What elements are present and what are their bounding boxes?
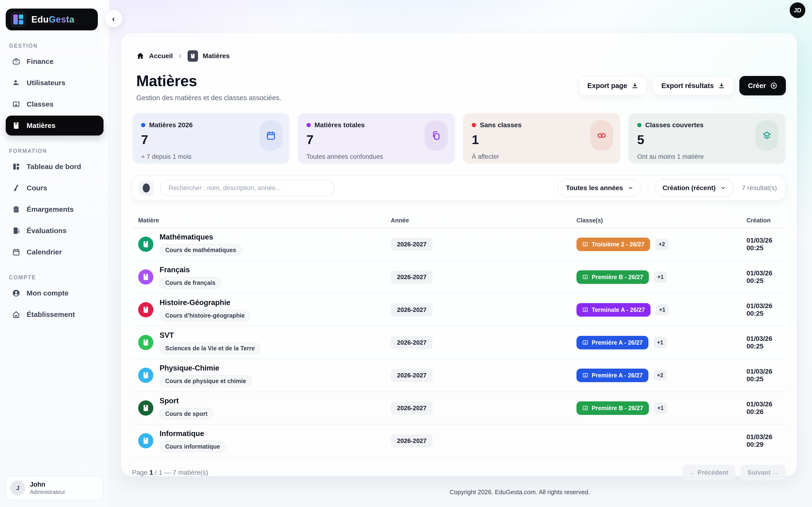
home-outline-icon [12,310,20,319]
sidebar-item-finance[interactable]: Finance [6,52,104,71]
extra-classes-pill[interactable]: +1 [656,304,668,316]
home-icon [136,52,144,60]
sort-filter-select[interactable]: Création (récent) [654,179,734,197]
export-page-button[interactable]: Export page [579,76,647,96]
sidebar-collapse-button[interactable]: ‹ [104,9,122,27]
extra-classes-pill[interactable]: +1 [654,403,667,414]
sidebar-item-label: Établissement [26,311,75,319]
subject-avatar [138,335,153,350]
year-filter-select[interactable]: Toutes les années [558,179,642,197]
sidebar-item-label: Finance [26,57,53,65]
sidebar-item-tableau-de-bord[interactable]: Tableau de bord [6,157,104,177]
stat-card: Classes couvertes 5 Ont au moins 1 matiè… [628,113,786,164]
class-badge[interactable]: Troisième 2 - 26/27 [577,238,650,251]
stat-caption: + 7 depuis 1 mois [141,153,281,161]
table-row[interactable]: SVT Sciences de la Vie et de la Terre202… [132,326,786,359]
creation-date: 01/03/26 00:25 [740,368,786,383]
table-row[interactable]: Français Cours de français2026-2027Premi… [132,261,786,294]
unlink-icon [596,130,607,141]
class-badge[interactable]: Terminale A - 26/27 [577,303,651,317]
class-badge-icon [582,307,588,313]
app-logo[interactable]: EduGesta [6,8,98,31]
sidebar-item-utilisateurs[interactable]: Utilisateurs [6,73,104,93]
sidebar-item-classes[interactable]: Classes [6,94,104,114]
stat-caption: Ont au moins 1 matière [637,153,777,161]
column-header: Matière [132,217,385,224]
class-badge[interactable]: Première B - 26/27 [577,401,649,415]
stat-label: Classes couvertes [645,121,704,129]
filter-bar: Toutes les années Création (récent) 7 ré… [132,175,786,201]
user-avatar: J [10,481,25,495]
sidebar-item-label: Émargements [26,205,73,213]
sidebar-item-emargements[interactable]: Émargements [6,200,104,219]
sidebar-item-calendrier[interactable]: Calendrier [6,242,104,262]
table-row[interactable]: Informatique Cours informatique2026-2027… [132,425,786,457]
extra-classes-pill[interactable]: +2 [655,239,668,250]
subject-avatar [138,269,153,285]
book-info-icon [12,226,20,235]
download-icon [718,82,725,89]
table-row[interactable]: Histoire-Géographie Cours d’histoire-géo… [132,294,786,326]
stat-card: Matières totales 7 Toutes années confond… [297,113,455,164]
class-badge[interactable]: Première A - 26/27 [577,369,648,382]
extra-classes-pill[interactable]: +2 [654,370,666,381]
status-dot [141,123,145,127]
sidebar-item-label: Cours [26,184,47,192]
sidebar-item-etablissement[interactable]: Établissement [6,304,104,325]
subject-description: Cours de français [160,277,221,289]
sidebar-item-label: Calendrier [26,248,62,256]
create-button[interactable]: Créer [739,76,786,96]
table-header: MatièreAnnéeClasse(s)Création [132,213,786,228]
book-icon [142,404,150,412]
class-badge[interactable]: Première B - 26/27 [577,270,649,284]
subject-description: Cours d’histoire-géographie [160,310,251,321]
stat-label: Matières totales [315,121,365,129]
subject-name: Histoire-Géographie [160,298,251,307]
briefcase-icon [12,57,20,66]
chevron-down-icon [628,185,634,191]
sidebar-user-card[interactable]: J John Administrateur [6,476,104,500]
calendar-icon [266,130,276,141]
profile-avatar[interactable]: JD [790,2,805,18]
search-knob-button[interactable] [139,180,154,195]
plus-circle-icon [770,82,777,89]
export-results-button[interactable]: Export résultats [653,76,734,96]
book-icon [142,306,150,314]
subject-description: Cours de physique et chimie [160,375,252,387]
copyright-text: Copyright 2026. EduGesta.com. All rights… [449,489,590,496]
book-icon [12,121,20,130]
table-row[interactable]: Sport Cours de sport2026-2027Première B … [132,392,786,425]
book-badge-icon [187,50,198,62]
status-dot [472,123,476,127]
table-row[interactable]: Mathématiques Cours de mathématiques2026… [132,228,786,261]
subjects-table: MatièreAnnéeClasse(s)Création Mathématiq… [132,213,786,488]
sidebar-nav: GESTIONFinanceUtilisateursClassesMatière… [6,43,104,325]
table-row[interactable]: Physique-Chimie Cours de physique et chi… [132,359,786,392]
stat-caption: À affecter [472,153,612,161]
extra-classes-pill[interactable]: +1 [654,272,667,283]
sidebar-section-label: GESTION [9,43,100,49]
search-input[interactable] [160,180,335,196]
sidebar-item-mon-compte[interactable]: Mon compte [6,283,104,303]
user-role: Administrateur [30,489,65,495]
class-badge-label: Première A - 26/27 [592,372,643,379]
clipboard-icon [12,205,20,214]
results-count: 7 résultat(s) [742,184,777,192]
sidebar-item-matieres[interactable]: Matières [6,116,104,135]
table-body: Mathématiques Cours de mathématiques2026… [132,228,786,457]
user-name: John [30,481,65,488]
class-badge-label: Troisième 2 - 26/27 [592,241,644,248]
class-badge[interactable]: Première A - 26/27 [577,336,648,349]
copy-icon [431,130,441,141]
sidebar-item-cours[interactable]: Cours [6,178,104,198]
sidebar-item-label: Mon compte [26,289,69,297]
subject-name: Informatique [160,430,226,438]
pen-icon [12,184,20,192]
extra-classes-pill[interactable]: +1 [654,337,666,348]
breadcrumb-home[interactable]: Accueil [149,52,173,60]
class-badge-label: Première B - 26/27 [592,274,643,281]
subject-avatar [138,400,153,415]
creation-date: 01/03/26 00:25 [740,269,786,285]
calendar-icon [12,248,20,256]
sidebar-item-evaluations[interactable]: Évaluations [6,221,104,241]
